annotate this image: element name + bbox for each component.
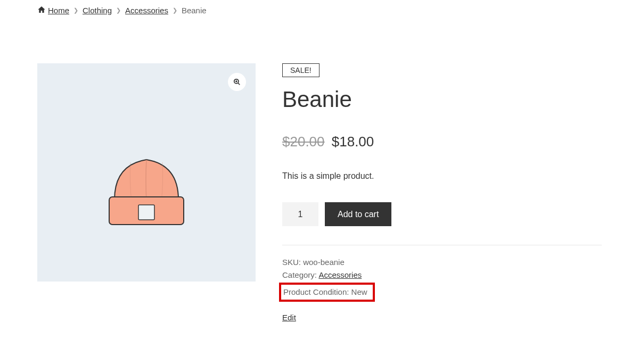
product-title: Beanie [282,87,602,112]
product-image[interactable] [37,63,256,282]
breadcrumb-home-text: Home [48,6,69,15]
short-description: This is a simple product. [282,171,602,181]
divider [282,245,602,245]
edit-link[interactable]: Edit [282,311,296,324]
sku-row: SKU: woo-beanie [282,256,602,269]
breadcrumb-accessories-link[interactable]: Accessories [125,6,168,15]
price-old: $20.00 [282,134,325,150]
chevron-right-icon: ❯ [73,7,78,14]
home-icon [37,5,46,15]
category-row: Category: Accessories [282,269,602,282]
category-link[interactable]: Accessories [318,270,362,279]
chevron-right-icon: ❯ [116,7,121,14]
sku-value: woo-beanie [303,258,345,267]
sku-label: SKU: [282,258,303,267]
sale-badge: SALE! [282,63,320,77]
breadcrumb: Home ❯ Clothing ❯ Accessories ❯ Beanie [37,0,602,21]
beanie-illustration [93,130,200,237]
svg-rect-5 [138,205,154,220]
price-new: $18.00 [332,134,374,150]
add-to-cart-button[interactable]: Add to cart [325,202,391,226]
condition-highlight: Product Condition: New [279,283,375,302]
quantity-input[interactable] [282,202,318,226]
breadcrumb-current: Beanie [182,6,207,15]
condition-label: Product Condition: [283,287,351,296]
chevron-right-icon: ❯ [173,7,177,14]
product-price: $20.00 $18.00 [282,134,602,150]
category-label: Category: [282,270,318,279]
svg-line-1 [238,83,240,85]
condition-value: New [351,287,367,296]
breadcrumb-home-link[interactable]: Home [37,5,69,15]
breadcrumb-clothing-link[interactable]: Clothing [83,6,112,15]
zoom-icon[interactable] [228,73,246,91]
